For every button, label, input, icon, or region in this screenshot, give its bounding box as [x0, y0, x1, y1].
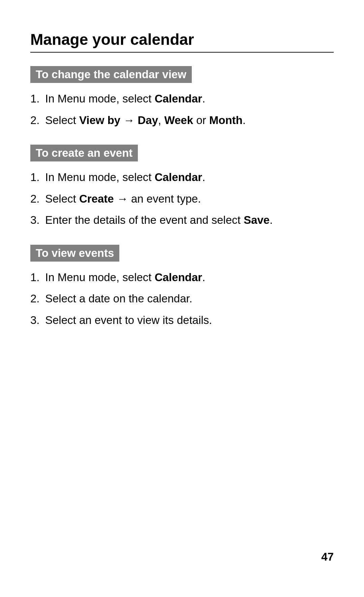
step-text: . [202, 171, 205, 183]
step-text: In Menu mode, select [45, 92, 155, 105]
step-item: Select a date on the calendar. [30, 290, 334, 307]
step-text: Day [138, 114, 158, 126]
section: To change the calendar viewIn Menu mode,… [30, 66, 334, 128]
step-text: , [158, 114, 164, 126]
step-list: In Menu mode, select Calendar.Select Vie… [30, 90, 334, 128]
step-text: . [202, 92, 205, 105]
document-page: Manage your calendar To change the calen… [0, 0, 364, 328]
step-text: Month [209, 114, 243, 126]
step-list: In Menu mode, select Calendar.Select a d… [30, 269, 334, 329]
page-number: 47 [321, 550, 334, 563]
step-item: Select Create → an event type. [30, 190, 334, 207]
subsection-heading: To view events [30, 245, 119, 262]
step-text: Save [244, 214, 270, 226]
step-text: Enter the details of the event and selec… [45, 214, 244, 226]
step-text: . [243, 114, 246, 126]
step-text: In Menu mode, select [45, 271, 155, 283]
step-text: . [202, 271, 205, 283]
step-item: In Menu mode, select Calendar. [30, 269, 334, 286]
step-text: or [193, 114, 209, 126]
step-item: Select an event to view its details. [30, 312, 334, 329]
step-list: In Menu mode, select Calendar.Select Cre… [30, 169, 334, 229]
subsection-heading: To create an event [30, 145, 138, 161]
step-text: Calendar [155, 92, 202, 105]
step-item: Select View by → Day, Week or Month. [30, 112, 334, 129]
step-text: Select a date on the calendar. [45, 292, 192, 305]
section: To create an eventIn Menu mode, select C… [30, 145, 334, 229]
sections-container: To change the calendar viewIn Menu mode,… [30, 66, 334, 328]
step-text: Calendar [155, 271, 202, 283]
step-text: Create [79, 192, 114, 205]
step-text: View by [79, 114, 120, 126]
step-item: In Menu mode, select Calendar. [30, 169, 334, 186]
step-text: Select [45, 114, 79, 126]
section: To view eventsIn Menu mode, select Calen… [30, 245, 334, 329]
subsection-heading: To change the calendar view [30, 66, 192, 83]
step-text: Select [45, 192, 79, 205]
step-item: In Menu mode, select Calendar. [30, 90, 334, 107]
step-text: Calendar [155, 171, 202, 183]
step-text: Select an event to view its details. [45, 314, 212, 326]
step-text: → an event type. [114, 192, 201, 205]
step-text: → [120, 114, 138, 126]
step-text: . [270, 214, 273, 226]
page-title: Manage your calendar [30, 30, 334, 53]
step-text: Week [164, 114, 193, 126]
step-item: Enter the details of the event and selec… [30, 212, 334, 229]
step-text: In Menu mode, select [45, 171, 155, 183]
